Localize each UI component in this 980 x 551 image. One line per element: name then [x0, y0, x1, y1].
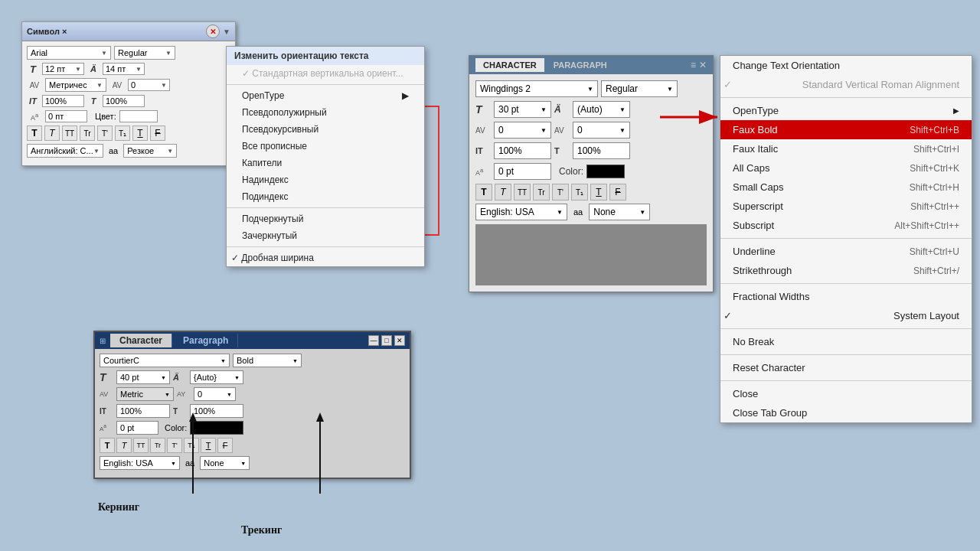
en-baseline-field[interactable]: 0 pt: [494, 163, 551, 180]
ru-size-field[interactable]: 12 пт▼: [42, 63, 84, 75]
ctx-ru-faux-bold[interactable]: Псевдополужирный: [227, 104, 424, 121]
bot-allcaps-btn[interactable]: TT: [133, 438, 149, 453]
ctx-en-close-tab-group[interactable]: Close Tab Group: [720, 403, 972, 422]
ru-smallcaps-btn[interactable]: Tr: [80, 126, 95, 141]
bot-scale-v-field[interactable]: 100%: [190, 404, 243, 418]
ctx-ru-header[interactable]: Изменить ориентацию текста: [227, 47, 424, 65]
ctx-en-frac-widths[interactable]: Fractional Widths: [720, 287, 972, 306]
en-super-btn[interactable]: T': [552, 184, 569, 201]
bot-underline-btn[interactable]: T: [201, 438, 216, 453]
bot-italic-btn[interactable]: T: [116, 438, 132, 453]
ctx-ru-underline[interactable]: Подчеркнутый: [227, 210, 424, 227]
ru-panel-minimize[interactable]: ▼: [223, 28, 230, 36]
en-style-select[interactable]: Regular▼: [601, 80, 678, 97]
ctx-en-std-vert[interactable]: Standard Vertical Roman Alignment: [720, 75, 972, 94]
bot-tracking-field[interactable]: 0▼: [194, 387, 236, 401]
ctx-en-underline[interactable]: Underline Shift+Ctrl+U: [720, 242, 972, 261]
bot-bold-btn[interactable]: T: [100, 438, 115, 453]
ctx-en-superscript[interactable]: Superscript Shift+Ctrl++: [720, 197, 972, 216]
ctx-en-faux-italic[interactable]: Faux Italic Shift+Ctrl+I: [720, 139, 972, 158]
en-underline-btn[interactable]: T: [590, 184, 607, 201]
en-size-field[interactable]: 30 pt▼: [494, 101, 551, 118]
en-leading-field[interactable]: (Auto)▼: [573, 101, 630, 118]
ctx-ru-allcaps[interactable]: Все прописные: [227, 138, 424, 155]
bot-sub-btn[interactable]: T₁: [184, 438, 199, 453]
ru-font-select[interactable]: Arial▼: [27, 46, 111, 60]
ctx-en-smallcaps[interactable]: Small Caps Shift+Ctrl+H: [720, 178, 972, 197]
ru-italic-btn[interactable]: T: [44, 126, 60, 141]
ctx-en-allcaps[interactable]: All Caps Shift+Ctrl+K: [720, 158, 972, 178]
en-panel-menu-icon[interactable]: ≡: [691, 60, 696, 70]
ctx-ru-subscript[interactable]: Подиндекс: [227, 188, 424, 205]
en-panel-close-icon[interactable]: ✕: [699, 60, 707, 70]
bot-super-btn[interactable]: T': [167, 438, 182, 453]
ru-strike-btn[interactable]: F: [150, 126, 165, 141]
bot-scale-h-field[interactable]: 100%: [116, 404, 170, 418]
bot-minimize-btn[interactable]: —: [368, 335, 379, 346]
en-allcaps-btn[interactable]: TT: [514, 184, 531, 201]
ctx-ru-frac-width[interactable]: Дробная ширина: [227, 249, 424, 266]
ctx-en-no-break[interactable]: No Break: [720, 332, 972, 351]
ctx-ru-faux-italic[interactable]: Псевдокурсивный: [227, 121, 424, 138]
ru-allcaps-btn[interactable]: TT: [62, 126, 77, 141]
ctx-ru-vert-align[interactable]: Стандартная вертикальна ориент...: [227, 65, 424, 82]
bot-smallcaps-btn[interactable]: Tr: [150, 438, 165, 453]
en-smallcaps-btn[interactable]: Tr: [533, 184, 550, 201]
en-scale-v-field[interactable]: 100%: [573, 142, 630, 159]
ctx-en-change-orient[interactable]: Change Text Orientation: [720, 56, 972, 75]
ctx-en-strike[interactable]: Strikethrough Shift+Ctrl+/: [720, 261, 972, 280]
ctx-en-system-layout[interactable]: System Layout: [720, 306, 972, 325]
bot-tab-character[interactable]: Character: [110, 334, 172, 347]
bot-tab-paragraph[interactable]: Paragraph: [174, 334, 238, 347]
ru-super-btn[interactable]: T': [97, 126, 113, 141]
tab-paragraph[interactable]: PARAGRAPH: [546, 58, 615, 72]
bot-strike-btn[interactable]: F: [217, 438, 233, 453]
ctx-en-faux-bold[interactable]: Faux Bold Shift+Ctrl+B: [720, 120, 972, 139]
bot-maximize-btn[interactable]: □: [381, 335, 392, 346]
ru-lang-select[interactable]: Английский: С...▼: [27, 144, 103, 158]
tab-character[interactable]: CHARACTER: [475, 58, 544, 72]
ru-leading-field[interactable]: 14 пт▼: [103, 63, 145, 75]
en-scale-h-field[interactable]: 100%: [494, 142, 551, 159]
ru-sub-btn[interactable]: T₁: [115, 126, 130, 141]
en-font-select[interactable]: Wingdings 2▼: [475, 80, 598, 97]
ru-bold-btn[interactable]: T: [27, 126, 42, 141]
bot-leading-field[interactable]: {Auto}▼: [190, 370, 243, 384]
bot-size-field[interactable]: 40 pt▼: [116, 370, 170, 384]
bot-lang-select[interactable]: English: USA▼: [100, 456, 180, 470]
bot-style-select[interactable]: Bold▼: [233, 354, 302, 367]
bot-close-btn[interactable]: ✕: [394, 335, 405, 346]
en-strike-btn[interactable]: F: [609, 184, 626, 201]
ru-scale-h-field[interactable]: 100%: [42, 95, 84, 107]
ctx-ru-superscript[interactable]: Надиндекс: [227, 171, 424, 188]
bot-aa-select[interactable]: None▼: [200, 456, 250, 470]
ru-aa-select[interactable]: Резкое▼: [123, 144, 177, 158]
en-aa-select[interactable]: None▼: [589, 204, 650, 220]
en-bold-btn[interactable]: T: [475, 184, 492, 201]
bot-baseline-field[interactable]: 0 pt: [116, 421, 158, 435]
ctx-en-reset-char[interactable]: Reset Character: [720, 358, 972, 377]
ru-panel-close[interactable]: ✕: [206, 24, 220, 38]
bot-color-swatch[interactable]: [190, 421, 243, 435]
ru-baseline-field[interactable]: 0 пт: [45, 110, 87, 122]
ctx-en-subscript[interactable]: Subscript Alt+Shift+Ctrl++: [720, 216, 972, 235]
ctx-en-close[interactable]: Close: [720, 384, 972, 403]
en-sub-btn[interactable]: T₁: [571, 184, 588, 201]
ru-scale-v-field[interactable]: 100%: [103, 95, 145, 107]
ru-kerning-select[interactable]: Метричес▼: [45, 78, 106, 92]
bot-kerning-select[interactable]: Metric▼: [116, 387, 174, 401]
ctx-ru-smallcaps[interactable]: Капители: [227, 155, 424, 171]
bot-font-select[interactable]: CourtierC▼: [100, 354, 230, 367]
en-color-swatch[interactable]: [586, 165, 625, 178]
ru-tracking-field[interactable]: 0▼: [128, 79, 170, 91]
ctx-ru-strikethrough[interactable]: Зачеркнутый: [227, 227, 424, 244]
ru-color-swatch[interactable]: [119, 110, 158, 122]
ctx-en-opentype[interactable]: OpenType ▶: [720, 101, 972, 120]
en-tracking-field[interactable]: 0▼: [573, 122, 630, 139]
ctx-ru-opentype[interactable]: OpenType: [227, 87, 424, 104]
en-kerning-field[interactable]: 0▼: [494, 122, 551, 139]
en-lang-select[interactable]: English: USA▼: [475, 204, 567, 220]
en-italic-btn[interactable]: T: [495, 184, 511, 201]
ru-underline-btn[interactable]: T: [132, 126, 148, 141]
ru-style-select[interactable]: Regular▼: [114, 46, 175, 60]
